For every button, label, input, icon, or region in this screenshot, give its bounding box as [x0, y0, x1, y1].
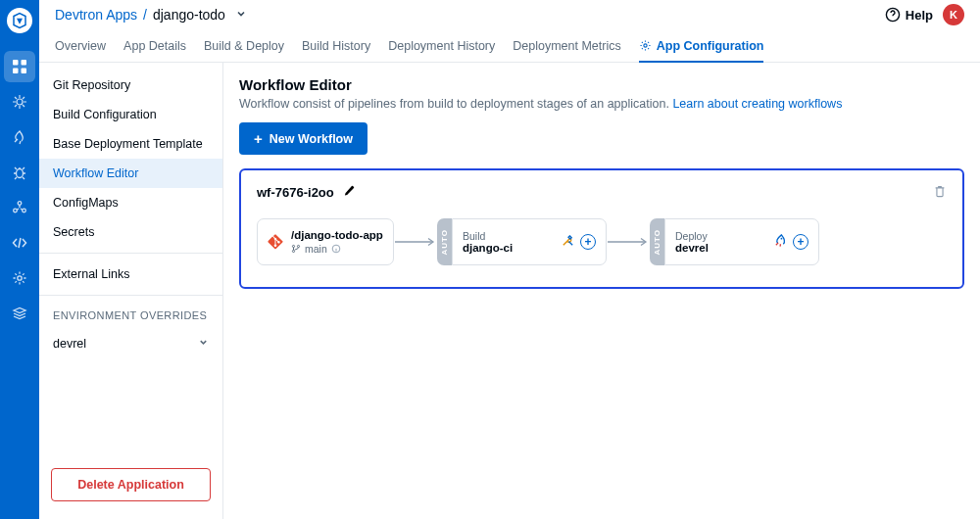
workflow-pipeline: /django-todo-app main	[257, 218, 947, 265]
app-switcher-chevron-icon[interactable]	[235, 7, 247, 23]
source-branch-name: main	[305, 243, 327, 255]
breadcrumb-root[interactable]: Devtron Apps	[55, 7, 137, 23]
sidebar-item-external-links[interactable]: External Links	[39, 260, 222, 289]
pipeline-build-stage[interactable]: AUTO Build django-ci	[437, 218, 607, 265]
tab-build-deploy[interactable]: Build & Deploy	[204, 29, 284, 62]
tab-app-configuration-label: App Configuration	[657, 39, 764, 53]
svg-rect-1	[22, 60, 27, 66]
help-label: Help	[906, 8, 933, 23]
rail-code-icon[interactable]	[4, 227, 35, 259]
workflow-panel: wf-7676-i2oo	[239, 168, 964, 289]
breadcrumb-app: django-todo	[153, 7, 225, 23]
pipeline-source-node[interactable]: /django-todo-app main	[257, 218, 394, 265]
help-icon	[885, 7, 901, 23]
rail-bug-icon[interactable]	[4, 157, 35, 188]
svg-point-16	[781, 238, 783, 240]
deploy-env-name: devrel	[675, 242, 709, 254]
pipeline-deploy-stage[interactable]: AUTO Deploy devrel +	[650, 218, 819, 265]
svg-point-12	[292, 245, 294, 247]
app-tabs: Overview App Details Build & Deploy Buil…	[39, 29, 980, 63]
learn-link[interactable]: Learn about creating workflows	[672, 97, 842, 111]
tab-app-configuration[interactable]: App Configuration	[639, 29, 764, 62]
rail-helm-icon[interactable]	[4, 86, 35, 118]
sidebar-item-build-configuration[interactable]: Build Configuration	[39, 100, 222, 129]
devtron-logo[interactable]	[7, 8, 32, 33]
svg-point-6	[18, 202, 22, 206]
svg-point-5	[17, 169, 24, 178]
sidebar-item-secrets[interactable]: Secrets	[39, 217, 222, 247]
build-tools-icon	[561, 233, 575, 251]
sidebar-item-base-deployment-template[interactable]: Base Deployment Template	[39, 129, 222, 159]
sidebar-item-git-repository[interactable]: Git Repository	[39, 71, 222, 100]
svg-point-8	[23, 209, 26, 212]
sidebar-item-configmaps[interactable]: ConfigMaps	[39, 188, 222, 217]
rail-stack-icon[interactable]	[4, 298, 35, 329]
svg-point-14	[297, 245, 299, 247]
sidebar-heading-env-overrides: ENVIRONMENT OVERRIDES	[39, 302, 222, 329]
sidebar-item-workflow-editor[interactable]: Workflow Editor	[39, 159, 222, 188]
user-avatar[interactable]: K	[943, 4, 964, 25]
tab-app-details[interactable]: App Details	[123, 29, 186, 62]
tab-overview[interactable]: Overview	[55, 29, 106, 62]
plus-icon: +	[254, 131, 263, 146]
gear-icon	[639, 39, 652, 52]
pipeline-arrow-icon	[607, 237, 650, 247]
page-subtitle: Workflow consist of pipelines from build…	[239, 97, 964, 111]
rail-settings-icon[interactable]	[4, 262, 35, 294]
pipeline-arrow-icon	[394, 237, 437, 247]
add-deploy-stage-button[interactable]: +	[793, 234, 808, 250]
workflow-name: wf-7676-i2oo	[257, 185, 334, 200]
page-header: Devtron Apps / django-todo Help K	[39, 0, 980, 29]
content-area: Workflow Editor Workflow consist of pipe…	[223, 63, 980, 519]
nav-rail	[0, 0, 39, 519]
breadcrumb-separator: /	[143, 7, 147, 23]
breadcrumb: Devtron Apps / django-todo	[55, 7, 247, 23]
deploy-stage-label: Deploy	[675, 230, 709, 242]
rail-deploy-icon[interactable]	[4, 121, 35, 153]
svg-rect-3	[22, 69, 27, 74]
sidebar-env-name: devrel	[53, 337, 86, 351]
new-workflow-label: New Workflow	[270, 132, 353, 146]
sidebar-separator	[39, 295, 222, 296]
auto-trigger-tag: AUTO	[650, 218, 664, 265]
svg-point-13	[292, 250, 294, 252]
build-pipeline-name: django-ci	[463, 242, 513, 254]
sidebar-separator	[39, 253, 222, 254]
svg-point-7	[14, 209, 18, 212]
edit-workflow-name-icon[interactable]	[342, 184, 356, 201]
help-button[interactable]: Help	[885, 7, 933, 23]
branch-icon	[291, 244, 301, 254]
tab-build-history[interactable]: Build History	[302, 29, 370, 62]
build-stage-label: Build	[463, 230, 513, 242]
auto-trigger-tag: AUTO	[437, 218, 452, 265]
git-icon	[268, 234, 283, 250]
rail-cluster-icon[interactable]	[4, 192, 35, 223]
sidebar-env-item[interactable]: devrel	[39, 329, 222, 358]
svg-rect-0	[13, 60, 19, 66]
svg-point-9	[18, 276, 22, 280]
tab-deployment-history[interactable]: Deployment History	[388, 29, 495, 62]
info-icon	[331, 244, 341, 254]
new-workflow-button[interactable]: + New Workflow	[239, 122, 368, 155]
chevron-down-icon	[198, 337, 209, 351]
rail-apps-icon[interactable]	[4, 51, 35, 82]
svg-point-4	[17, 99, 23, 105]
add-build-stage-button[interactable]: +	[580, 234, 596, 250]
svg-rect-2	[13, 69, 19, 74]
config-sidebar: Git Repository Build Configuration Base …	[39, 63, 223, 519]
delete-workflow-icon[interactable]	[933, 184, 947, 201]
svg-point-11	[644, 44, 647, 47]
source-repo-name: /django-todo-app	[291, 229, 383, 241]
page-title: Workflow Editor	[239, 76, 964, 93]
tab-deployment-metrics[interactable]: Deployment Metrics	[513, 29, 620, 62]
delete-application-button[interactable]: Delete Application	[51, 468, 211, 501]
deploy-rocket-icon	[773, 233, 788, 251]
